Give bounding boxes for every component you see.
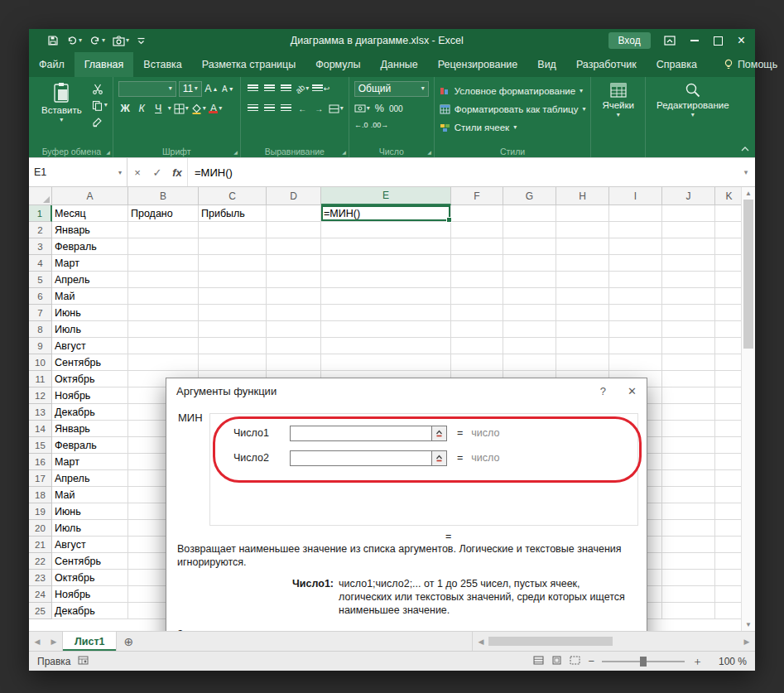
col-header-H[interactable]: H xyxy=(556,187,609,205)
cell-A13[interactable]: Декабрь xyxy=(52,404,128,421)
col-header-G[interactable]: G xyxy=(503,187,556,205)
row-header-18[interactable]: 18 xyxy=(29,487,52,503)
increase-indent-button[interactable]: → xyxy=(312,101,326,116)
cell-J24[interactable] xyxy=(662,586,715,603)
cell-C9[interactable] xyxy=(199,338,267,354)
accounting-format-button[interactable]: ▾ xyxy=(354,101,370,116)
cell-F10[interactable] xyxy=(451,354,503,371)
row-header-7[interactable]: 7 xyxy=(29,305,52,321)
col-header-E[interactable]: E xyxy=(321,187,451,205)
cell-G10[interactable] xyxy=(503,354,556,371)
tab-Разработчик[interactable]: Разработчик xyxy=(566,52,647,77)
cell-K16[interactable] xyxy=(715,454,742,470)
cell-B4[interactable] xyxy=(128,255,199,272)
cell-K3[interactable] xyxy=(715,238,742,255)
cell-K10[interactable] xyxy=(715,354,742,371)
row-header-14[interactable]: 14 xyxy=(29,421,52,437)
row-header-12[interactable]: 12 xyxy=(29,387,52,404)
cell-J17[interactable] xyxy=(662,470,715,487)
scroll-right-icon[interactable]: ▶ xyxy=(741,638,753,646)
cell-K20[interactable] xyxy=(715,520,742,537)
cell-C10[interactable] xyxy=(199,354,267,371)
cell-A23[interactable]: Октябрь xyxy=(52,570,128,586)
cell-B9[interactable] xyxy=(128,338,199,354)
col-header-I[interactable]: I xyxy=(609,187,662,205)
sign-in-button[interactable]: Вход xyxy=(608,32,651,49)
cell-K8[interactable] xyxy=(715,321,742,338)
cell-H2[interactable] xyxy=(556,222,609,238)
row-header-4[interactable]: 4 xyxy=(29,255,52,272)
name-box[interactable]: E1 ▾ xyxy=(29,158,127,186)
cell-A16[interactable]: Март xyxy=(52,454,128,470)
cell-B2[interactable] xyxy=(128,222,199,238)
maximize-icon[interactable] xyxy=(714,36,723,46)
row-header-3[interactable]: 3 xyxy=(29,238,52,255)
redo-dropdown-icon[interactable]: ▾ xyxy=(102,37,105,44)
cell-K1[interactable] xyxy=(715,205,742,222)
cell-G3[interactable] xyxy=(503,238,556,255)
formula-input[interactable]: =МИН() xyxy=(187,158,737,186)
cell-E7[interactable] xyxy=(321,305,451,321)
scroll-down-icon[interactable]: ▼ xyxy=(745,621,752,628)
col-header-C[interactable]: C xyxy=(199,187,267,205)
range-picker-button[interactable] xyxy=(432,426,447,441)
cell-G2[interactable] xyxy=(503,222,556,238)
cell-D1[interactable] xyxy=(267,205,321,222)
close-icon[interactable]: × xyxy=(738,34,745,47)
cell-J3[interactable] xyxy=(662,238,715,255)
tab-Формулы[interactable]: Формулы xyxy=(305,52,370,77)
undo-dropdown-icon[interactable]: ▾ xyxy=(79,37,82,44)
cell-J23[interactable] xyxy=(662,570,715,586)
cell-J16[interactable] xyxy=(662,454,715,470)
cell-K18[interactable] xyxy=(715,487,742,503)
paste-button[interactable]: Вставить ▾ xyxy=(36,79,88,126)
cells-button[interactable]: Ячейки ▾ xyxy=(596,79,640,121)
cell-H3[interactable] xyxy=(556,238,609,255)
cell-G1[interactable] xyxy=(503,205,556,222)
align-top-button[interactable] xyxy=(246,81,260,96)
row-header-9[interactable]: 9 xyxy=(29,338,52,354)
cell-J1[interactable] xyxy=(662,205,715,222)
cell-J7[interactable] xyxy=(662,305,715,321)
horizontal-scroll-thumb[interactable] xyxy=(488,637,613,646)
cell-H1[interactable] xyxy=(556,205,609,222)
cell-K2[interactable] xyxy=(715,222,742,238)
cell-K19[interactable] xyxy=(715,503,742,520)
row-header-21[interactable]: 21 xyxy=(29,537,52,553)
align-bottom-button[interactable] xyxy=(279,81,293,96)
format-as-table-button[interactable]: Форматировать как таблицу▾ xyxy=(440,101,586,118)
confirm-entry-icon[interactable]: ✓ xyxy=(147,158,167,186)
collapse-ribbon-icon[interactable] xyxy=(740,142,750,155)
font-name-combobox[interactable]: ▾ xyxy=(118,81,176,97)
cell-G6[interactable] xyxy=(503,288,556,305)
decrease-decimal-button[interactable]: .00→ xyxy=(371,118,389,132)
cell-A19[interactable]: Июнь xyxy=(52,503,128,520)
cell-I6[interactable] xyxy=(609,288,662,305)
cell-A6[interactable]: Май xyxy=(52,288,128,305)
cell-I2[interactable] xyxy=(609,222,662,238)
cell-H9[interactable] xyxy=(556,338,609,354)
cell-C7[interactable] xyxy=(199,305,267,321)
row-header-10[interactable]: 10 xyxy=(29,354,52,371)
cell-C3[interactable] xyxy=(199,238,267,255)
cell-G8[interactable] xyxy=(503,321,556,338)
range-picker-button[interactable] xyxy=(432,450,447,466)
row-header-13[interactable]: 13 xyxy=(29,404,52,421)
align-right-button[interactable] xyxy=(279,101,293,116)
name-box-dropdown-icon[interactable]: ▾ xyxy=(118,169,122,176)
format-painter-button[interactable] xyxy=(92,115,108,128)
number-dialog-launcher[interactable]: ◢ xyxy=(427,149,431,155)
cell-G5[interactable] xyxy=(503,272,556,288)
tab-Вставка[interactable]: Вставка xyxy=(133,52,191,77)
cell-K4[interactable] xyxy=(715,255,742,272)
cell-J10[interactable] xyxy=(662,354,715,371)
cell-J9[interactable] xyxy=(662,338,715,354)
cell-F4[interactable] xyxy=(451,255,503,272)
merge-center-button[interactable]: ▾ xyxy=(329,101,344,116)
editing-dropdown-icon[interactable]: ▾ xyxy=(691,112,695,118)
font-size-combobox[interactable]: 11▾ xyxy=(179,81,202,97)
cell-A15[interactable]: Февраль xyxy=(52,437,128,454)
horizontal-scrollbar[interactable]: ◀ ▶ xyxy=(472,632,755,651)
cell-D5[interactable] xyxy=(267,272,321,288)
dialog-help-icon[interactable]: ? xyxy=(600,385,606,397)
